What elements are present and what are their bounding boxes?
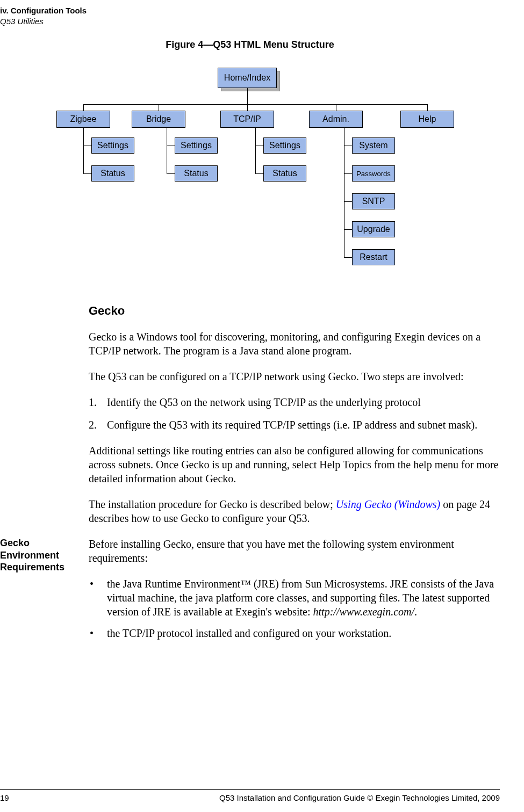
page-footer: 19 Q53 Installation and Configuration Gu… xyxy=(0,789,500,802)
diagram-node-admin: Admin. xyxy=(309,111,363,128)
diagram-node-admin-sntp: SNTP xyxy=(352,193,395,209)
paragraph-install-ref: The installation procedure for Gecko is … xyxy=(89,497,500,525)
diagram-node-admin-restart: Restart xyxy=(352,249,395,265)
figure-caption: Figure 4—Q53 HTML Menu Structure xyxy=(0,39,500,50)
diagram-node-tcpip: TCP/IP xyxy=(220,111,274,128)
list-item: • the Java Runtime Environment™ (JRE) fr… xyxy=(89,577,500,619)
menu-structure-diagram: Home/Index Zigbee Bridge TCP/IP Admin. H… xyxy=(0,68,500,272)
diagram-node-admin-system: System xyxy=(352,137,395,154)
list-item: 2. Configure the Q53 with its required T… xyxy=(89,418,500,432)
page-header: iv. Configuration Tools Q53 Utilities xyxy=(0,5,500,26)
footer-text: Q53 Installation and Configuration Guide… xyxy=(219,793,500,802)
diagram-node-tcpip-settings: Settings xyxy=(263,137,306,154)
diagram-node-tcpip-status: Status xyxy=(263,165,306,182)
margin-label-requirements: Gecko Environment Requirements xyxy=(0,537,81,574)
paragraph-steps-intro: The Q53 can be configured on a TCP/IP ne… xyxy=(89,369,500,383)
paragraph-additional: Additional settings like routing entries… xyxy=(89,444,500,485)
section-heading-gecko: Gecko xyxy=(89,304,500,318)
diagram-node-admin-upgrade: Upgrade xyxy=(352,221,395,237)
list-item: 1. Identify the Q53 on the network using… xyxy=(89,395,500,409)
diagram-node-bridge-settings: Settings xyxy=(175,137,218,154)
header-chapter: iv. Configuration Tools xyxy=(0,5,500,16)
list-item: • the TCP/IP protocol installed and conf… xyxy=(89,626,500,640)
ordered-list-steps: 1. Identify the Q53 on the network using… xyxy=(89,395,500,432)
diagram-node-admin-passwords: Passwords xyxy=(352,165,395,182)
header-section: Q53 Utilities xyxy=(0,16,500,27)
diagram-node-help: Help xyxy=(400,111,454,128)
page-number: 19 xyxy=(0,793,9,802)
diagram-node-zigbee: Zigbee xyxy=(56,111,110,128)
link-using-gecko[interactable]: Using Gecko (Windows) xyxy=(336,498,440,510)
diagram-node-zigbee-settings: Settings xyxy=(91,137,134,154)
diagram-node-zigbee-status: Status xyxy=(91,165,134,182)
diagram-node-home: Home/Index xyxy=(218,68,277,88)
diagram-node-bridge-status: Status xyxy=(175,165,218,182)
diagram-node-bridge: Bridge xyxy=(132,111,185,128)
paragraph-req-intro: Before installing Gecko, ensure that you… xyxy=(89,537,500,565)
paragraph-intro: Gecko is a Windows tool for discovering,… xyxy=(89,330,500,358)
